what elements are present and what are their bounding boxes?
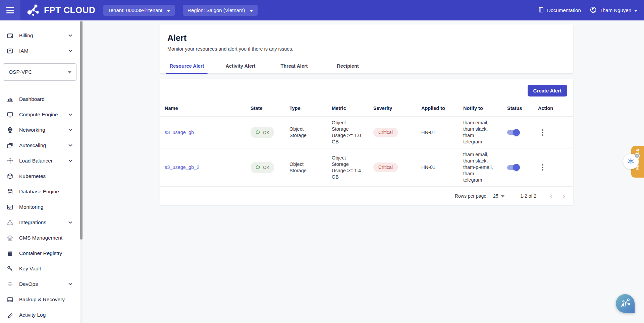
previous-page-button[interactable]: ‹ [550,192,552,200]
fpt-cloud-logo[interactable]: FPT CLOUD [26,3,95,18]
column-header-metric: Metric [327,100,369,116]
signature-icon [6,312,13,319]
scrollbar-thumb[interactable] [80,21,83,240]
column-header-type: Type [285,100,327,116]
vpc-selector[interactable]: OSP-VPC [3,63,76,81]
user-menu[interactable]: Tham Nguyen [590,6,637,14]
page-title: Alert [167,33,565,43]
sidebar-item-autoscaling[interactable]: Autoscaling [0,138,79,153]
sidebar-item-load-balancer[interactable]: Load Balancer [0,153,79,169]
hamburger-menu-button[interactable] [0,0,20,20]
sidebar-item-networking[interactable]: Networking [0,122,79,138]
org-chart-icon [6,219,13,226]
sidebar-item-key-vault[interactable]: Key Vault [0,261,79,276]
sidebar-item-label: Dashboard [19,96,45,102]
cell-notify-to: tham email, tham slack, tham telegram [459,117,502,148]
status-toggle[interactable] [507,130,519,135]
tab-recipient[interactable]: Recipient [321,59,375,73]
id-card-icon [6,48,13,55]
chevron-down-icon [68,144,72,147]
rows-per-page-select[interactable]: 25 [493,193,504,199]
cell-severity: Critical [369,117,417,148]
sidebar-item-label: DevOps [19,281,38,287]
column-header-notify-to: Notify to [459,100,502,116]
sidebar-item-label: Database Engine [19,189,59,195]
cell-action [533,117,573,148]
sidebar-item-label: Activity Log [19,312,46,318]
kebab-menu-icon[interactable] [540,127,545,138]
sidebar-scrollbar[interactable] [80,20,83,323]
tab-threat-alert[interactable]: Threat Alert [267,59,321,73]
tenant-label: Tenant: 000039-i1tenant [108,7,162,13]
cell-severity: Critical [369,148,417,186]
sidebar-service-list: Dashboard Compute Engine Networking Auto… [0,86,79,323]
sidebar-item-iam[interactable]: IAM [0,43,79,59]
documentation-link[interactable]: Documentation [538,7,581,14]
column-header-applied-to: Applied to [417,100,459,116]
column-header-action: Action [533,100,573,116]
table-body: s3_usage_gb OK Object Storage Object Sto… [160,116,573,187]
ai-assistant-button[interactable]: AI [616,294,635,313]
kebab-menu-icon[interactable] [540,162,545,173]
sidebar-item-label: Networking [19,127,45,133]
sidebar-item-label: Integrations [19,219,46,225]
sidebar-item-label: Kubernetes [19,173,46,179]
chevron-down-icon [68,34,72,37]
chevron-down-icon [68,159,72,162]
cell-metric: Object Storage Usage >= 1.0 GB [327,117,369,148]
sidebar-item-compute-engine[interactable]: Compute Engine [0,107,79,122]
tenant-selector[interactable]: Tenant: 000039-i1tenant [103,5,175,16]
status-toggle[interactable] [507,165,519,170]
alert-table-card: Create Alert NameStateTypeMetricSeverity… [160,79,573,205]
sidebar-item-devops[interactable]: DevOps [0,276,79,292]
wallet-icon [6,32,13,39]
caret-down-icon [167,7,170,13]
tab-resource-alert[interactable]: Resource Alert [160,59,214,73]
sidebar-item-integrations[interactable]: Integrations [0,215,79,230]
sidebar-item-monitoring[interactable]: Monitoring [0,199,79,215]
close-icon[interactable]: ✕ [634,153,640,158]
sidebar-item-cms-management[interactable]: CMS Management [0,230,79,246]
molecule-icon [26,3,41,18]
sidebar-item-label: Backup & Recovery [19,297,65,303]
column-header-status: Status [502,100,533,116]
column-header-name: Name [160,100,246,116]
tab-label: Threat Alert [281,63,308,69]
next-page-button[interactable]: › [562,192,565,200]
state-label: OK [263,164,270,171]
table-pagination: Rows per page: 25 1-2 of 2 ‹ › [160,187,573,205]
monitor-icon [6,111,13,118]
cell-type: Object Storage [285,117,327,148]
cell-status [502,148,533,186]
cube-icon [6,173,13,180]
chatbot-button[interactable]: ✕ [623,154,639,169]
sidebar-item-backup-recovery[interactable]: Backup & Recovery [0,292,79,307]
sidebar: Billing IAM OSP-VPC Dashboard Compute En… [0,20,83,323]
page-subtitle: Monitor your resources and alert you if … [167,46,565,52]
sidebar-item-label: Key Vault [19,266,41,272]
sidebar-item-dashboard[interactable]: Dashboard [0,91,79,107]
alert-name-link[interactable]: s3_usage_gb_2 [165,164,199,171]
alert-header-card: Alert Monitor your resources and alert y… [160,24,573,74]
region-selector[interactable]: Region: Saigon (Vietnam) [183,5,258,16]
cell-action [533,148,573,186]
alert-tabs: Resource Alert Activity Alert Threat Ale… [160,59,573,74]
cell-status [502,117,533,148]
create-alert-button[interactable]: Create Alert [528,85,567,96]
sidebar-item-database-engine[interactable]: Database Engine [0,184,79,199]
select-caret-icon [501,193,504,199]
tab-activity-alert[interactable]: Activity Alert [214,59,267,73]
thumbs-up-icon [255,164,261,171]
sidebar-item-kubernetes[interactable]: Kubernetes [0,169,79,184]
layers-icon [6,142,13,149]
pulse-screen-icon [6,204,13,211]
sidebar-item-activity-log[interactable]: Activity Log [0,307,79,323]
sidebar-item-container-registry[interactable]: Container Registry [0,246,79,261]
feedback-tab[interactable]: Feedback ✕ [631,146,644,178]
svg-text:AI: AI [621,302,626,308]
alert-name-link[interactable]: s3_usage_gb [165,129,194,136]
sidebar-item-label: Container Registry [19,250,62,256]
sidebar-item-billing[interactable]: Billing [0,28,79,43]
state-badge: OK [251,127,274,138]
table-row: s3_usage_gb OK Object Storage Object Sto… [160,116,573,148]
